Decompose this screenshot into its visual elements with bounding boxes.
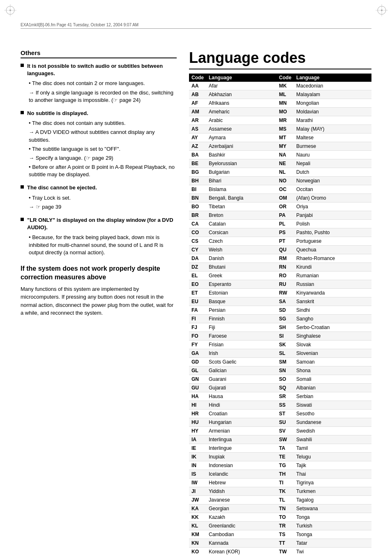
table-row: ARArabicMRMarathi xyxy=(189,116,371,125)
bullet-disc-eject-text: The disc cannot be ejected. xyxy=(27,184,97,191)
table-row: KKKazakhTOTonga xyxy=(189,513,371,522)
corner-decoration-tl xyxy=(4,4,16,16)
lang-name: Shona xyxy=(294,366,371,375)
lang-code: SO xyxy=(277,375,294,384)
lang-name: Tonga xyxy=(294,513,371,522)
lang-name: Azerbaijani xyxy=(206,142,277,151)
lang-code: KL xyxy=(189,522,206,530)
sub-bullet-languages: The disc does not contain 2 or more lang… xyxy=(29,80,177,87)
lang-code: MN xyxy=(277,99,294,108)
lang-code: RU xyxy=(277,280,294,289)
lang-code: SK xyxy=(277,341,294,349)
lang-name: Frisian xyxy=(206,341,277,349)
lang-code: IE xyxy=(189,444,206,453)
lang-name: Malay (MAY) xyxy=(294,125,371,134)
lang-name: Swedish xyxy=(294,427,371,435)
lang-name: Javanese xyxy=(206,496,277,504)
lang-name: Sindhi xyxy=(294,306,371,315)
bullet-no-subtitle-text: No subtitle is displayed. xyxy=(27,110,88,117)
sub-bullet-no-subtitles-disc: The disc does not contain any subtitles. xyxy=(29,120,177,127)
sub-bullet-lr-because: Because, for the track being played back… xyxy=(29,234,177,256)
table-header-row: Code Language Code Language xyxy=(189,74,371,82)
table-row: BNBengali, BanglaOM(Afan) Oromo xyxy=(189,194,371,203)
corner-decoration-tr xyxy=(376,4,388,16)
lang-name: Basque xyxy=(206,297,277,306)
header-text: EXA1mkII[B]-06.fm Page 41 Tuesday, Octob… xyxy=(21,23,138,27)
lang-name: Icelandic xyxy=(206,470,277,479)
lang-name: Byelorussian xyxy=(206,159,277,168)
lang-name: Estonian xyxy=(206,289,277,297)
lang-name: Hebrew xyxy=(206,479,277,487)
lang-code: HA xyxy=(189,392,206,401)
lang-name: Danish xyxy=(206,254,277,263)
table-row: KNKannadaTTTatar xyxy=(189,539,371,548)
lang-name: Greenlandic xyxy=(206,522,277,530)
lang-name: Welsh xyxy=(206,246,277,254)
lang-code: BR xyxy=(189,211,206,220)
lang-name: (Afan) Oromo xyxy=(294,194,371,203)
arrow-page39: ☞ page 39 xyxy=(29,203,177,211)
lang-code: PT xyxy=(277,237,294,246)
lang-code: SN xyxy=(277,366,294,375)
lang-name: Arabic xyxy=(206,116,277,125)
lang-name: Marathi xyxy=(294,116,371,125)
block-audio-subtitles: It is not possible to switch audio or su… xyxy=(21,62,177,104)
table-row: AYAymaraMTMaltese xyxy=(189,134,371,142)
lang-code: GD xyxy=(189,358,206,366)
lang-name: Korean (KOR) xyxy=(206,548,277,555)
lang-name: Finnish xyxy=(206,315,277,323)
lang-code: OM xyxy=(277,194,294,203)
lang-code: KO xyxy=(189,548,206,555)
lang-name: Nepali xyxy=(294,159,371,168)
arrow-single-language: If only a single language is recorded on… xyxy=(29,89,177,104)
lang-code: SG xyxy=(277,315,294,323)
table-row: BHBihariNONorwegian xyxy=(189,177,371,185)
lang-code: SH xyxy=(277,323,294,332)
col-header-lang2: Language xyxy=(294,74,371,82)
lang-name: Tsonga xyxy=(294,530,371,539)
lang-code: AA xyxy=(189,82,206,90)
table-row: AMAmeharicMOMoldavian xyxy=(189,108,371,116)
lang-code: EL xyxy=(189,272,206,280)
lang-code: MK xyxy=(277,82,294,90)
lang-name: Mongolian xyxy=(294,99,371,108)
table-row: HYArmenianSVSwedish xyxy=(189,427,371,435)
lang-code: RN xyxy=(277,263,294,272)
lang-name: Hungarian xyxy=(206,418,277,427)
table-row: KAGeorgianTNSetswana xyxy=(189,504,371,513)
table-row: GLGalicianSNShona xyxy=(189,366,371,375)
lang-code: NL xyxy=(277,168,294,177)
lang-name: Setswana xyxy=(294,504,371,513)
lang-name: Russian xyxy=(294,280,371,289)
lang-name: Kazakh xyxy=(206,513,277,522)
lang-name: Albanian xyxy=(294,384,371,392)
table-row: ASAssameseMSMalay (MAY) xyxy=(189,125,371,134)
lang-code: AS xyxy=(189,125,206,134)
lang-code: BG xyxy=(189,168,206,177)
lang-name: Portuguese xyxy=(294,237,371,246)
lang-name: Fiji xyxy=(206,323,277,332)
lang-code: TN xyxy=(277,504,294,513)
lang-name: Quechua xyxy=(294,246,371,254)
table-row: EOEsperantoRURussian xyxy=(189,280,371,289)
lang-code: AB xyxy=(189,90,206,99)
system-section-title: If the system does not work properly des… xyxy=(21,265,177,282)
lang-name: Turkish xyxy=(294,522,371,530)
table-row: HUHungarianSUSundanese xyxy=(189,418,371,427)
lang-code: QU xyxy=(277,246,294,254)
table-row: INIndonesianTGTajik xyxy=(189,461,371,470)
table-row: BIBislamaOCOccitan xyxy=(189,185,371,194)
lang-code: JI xyxy=(189,487,206,496)
table-row: BRBretonPAPanjabi xyxy=(189,211,371,220)
table-row: CSCzechPTPortuguese xyxy=(189,237,371,246)
lang-name: Breton xyxy=(206,211,277,220)
lang-name: Maltese xyxy=(294,134,371,142)
lang-code: BO xyxy=(189,203,206,211)
lang-code: EU xyxy=(189,297,206,306)
lang-name: Malayalam xyxy=(294,90,371,99)
lang-code: DZ xyxy=(189,263,206,272)
table-row: JWJavaneseTLTagalog xyxy=(189,496,371,504)
lang-code: TR xyxy=(277,522,294,530)
table-row: AFAfrikaansMNMongolian xyxy=(189,99,371,108)
lang-code: TA xyxy=(277,444,294,453)
